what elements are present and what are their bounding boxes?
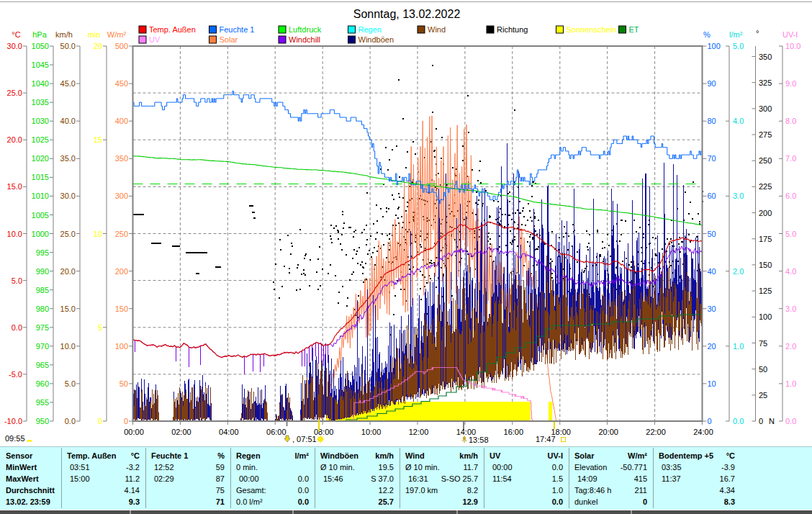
svg-text:1.0: 1.0: [733, 342, 744, 351]
svg-text:200: 200: [759, 209, 772, 217]
svg-text:Sensor: Sensor: [6, 451, 33, 460]
svg-text:965: 965: [36, 361, 49, 369]
svg-text:11.7: 11.7: [463, 463, 478, 472]
svg-text:1.5: 1.5: [552, 474, 563, 483]
svg-text:450: 450: [115, 79, 128, 88]
svg-text:955: 955: [36, 398, 49, 407]
svg-text:40.0: 40.0: [60, 117, 76, 125]
svg-text:995: 995: [36, 248, 49, 257]
svg-text:100: 100: [115, 342, 128, 351]
svg-text:75: 75: [759, 339, 767, 348]
svg-text:12.9: 12.9: [463, 497, 478, 506]
svg-text:985: 985: [36, 286, 49, 294]
svg-text:1050: 1050: [32, 42, 49, 50]
svg-text:00:00: 00:00: [239, 474, 259, 483]
svg-text:22:00: 22:00: [646, 428, 666, 436]
svg-text:4.0: 4.0: [733, 117, 744, 125]
svg-text:300: 300: [759, 104, 772, 113]
svg-text:-50.771: -50.771: [621, 463, 647, 472]
svg-text:1005: 1005: [32, 211, 49, 220]
svg-text:10:00: 10:00: [361, 428, 382, 436]
svg-text:20: 20: [708, 342, 716, 351]
svg-text:0.0: 0.0: [298, 474, 309, 483]
svg-text:Ø 10 min.: Ø 10 min.: [320, 463, 355, 472]
svg-text:l/m²: l/m²: [294, 451, 309, 460]
svg-text:%: %: [703, 30, 710, 39]
svg-text:02:00: 02:00: [171, 428, 191, 436]
svg-text:4.34: 4.34: [720, 486, 735, 495]
svg-text:415: 415: [634, 474, 647, 483]
svg-text:0 min.: 0 min.: [236, 463, 258, 472]
svg-text:200: 200: [115, 267, 128, 276]
svg-text:8.2: 8.2: [467, 486, 478, 495]
svg-text:980: 980: [36, 305, 49, 313]
svg-text:20: 20: [94, 42, 102, 50]
svg-text:20:00: 20:00: [598, 428, 618, 436]
svg-text:15.0: 15.0: [60, 305, 76, 313]
svg-text:15.0: 15.0: [7, 182, 22, 191]
svg-text:20.0: 20.0: [60, 267, 76, 276]
svg-text:71: 71: [216, 497, 225, 506]
svg-text:350: 350: [115, 154, 128, 163]
svg-text:50: 50: [708, 230, 716, 238]
svg-text:-5.0: -5.0: [9, 370, 22, 379]
svg-text:0: 0: [643, 497, 647, 506]
svg-text:0: 0: [708, 417, 712, 425]
svg-text:Ø 10 min.: Ø 10 min.: [405, 463, 440, 472]
svg-text:500: 500: [115, 42, 128, 50]
svg-text:3.0: 3.0: [733, 191, 744, 200]
svg-text:70: 70: [708, 154, 716, 163]
svg-text:24:00: 24:00: [693, 428, 713, 436]
svg-text:87: 87: [216, 474, 225, 483]
svg-text:°C: °C: [726, 451, 735, 460]
svg-text:16.7: 16.7: [720, 474, 735, 483]
svg-text:°C: °C: [12, 30, 20, 39]
svg-text:150: 150: [115, 305, 128, 313]
svg-text:25.0: 25.0: [7, 89, 22, 97]
svg-text:Windchill: Windchill: [289, 35, 320, 44]
svg-text:9.3: 9.3: [129, 497, 140, 506]
svg-text:75: 75: [216, 486, 225, 495]
svg-text:Solar: Solar: [220, 35, 238, 44]
svg-text:250: 250: [115, 230, 128, 238]
svg-text:l/m²: l/m²: [729, 30, 743, 39]
svg-text:90: 90: [708, 79, 716, 88]
svg-text:5.0: 5.0: [733, 42, 744, 50]
svg-text:04:00: 04:00: [219, 428, 239, 436]
svg-text:20.0: 20.0: [7, 135, 22, 144]
svg-text:17:47: 17:47: [536, 435, 556, 443]
svg-text:14:09: 14:09: [577, 474, 597, 483]
svg-text:2.0: 2.0: [733, 267, 744, 276]
svg-text:15: 15: [94, 135, 102, 144]
svg-text:15:00: 15:00: [70, 474, 90, 483]
svg-text:950: 950: [36, 417, 49, 425]
svg-text:km/h: km/h: [55, 30, 73, 39]
svg-text:59: 59: [216, 463, 225, 472]
svg-text:2.0: 2.0: [785, 342, 796, 351]
svg-text:Feuchte 1: Feuchte 1: [151, 451, 188, 460]
svg-text:60: 60: [708, 191, 716, 200]
svg-text:-10.0: -10.0: [4, 417, 22, 425]
svg-text:50.0: 50.0: [60, 42, 76, 50]
svg-text:13.02. 23:59: 13.02. 23:59: [6, 497, 50, 506]
svg-text:km/h: km/h: [375, 451, 394, 460]
svg-text:Elevation: Elevation: [574, 463, 607, 472]
svg-text:1.0: 1.0: [785, 379, 796, 388]
svg-text:3.0: 3.0: [785, 305, 796, 313]
svg-text:06:00: 06:00: [266, 428, 287, 436]
svg-text:1045: 1045: [32, 60, 49, 69]
svg-text:250: 250: [759, 156, 772, 165]
svg-text:1010: 1010: [32, 191, 49, 200]
svg-text:975: 975: [36, 323, 49, 332]
svg-text:0.0: 0.0: [733, 417, 744, 425]
svg-text:UV: UV: [490, 451, 501, 460]
svg-text:11:54: 11:54: [492, 474, 512, 483]
svg-text:-3.2: -3.2: [126, 463, 140, 472]
svg-text:15:46: 15:46: [323, 474, 343, 483]
svg-text:197.0 km: 197.0 km: [405, 486, 438, 495]
svg-text:Tag:8:46 h: Tag:8:46 h: [574, 486, 611, 495]
svg-text:45.0: 45.0: [60, 79, 76, 88]
svg-text:50: 50: [119, 379, 128, 388]
svg-text:10.0: 10.0: [785, 42, 800, 50]
svg-text:150: 150: [759, 261, 772, 269]
